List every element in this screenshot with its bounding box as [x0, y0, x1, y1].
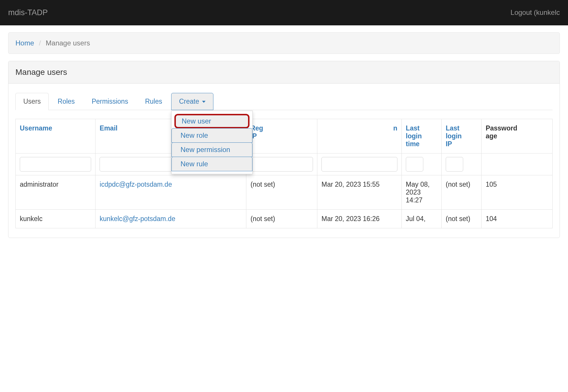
filter-cell-reg-ip [246, 153, 317, 175]
users-table-wrap: Username Email Reg IP n [15, 119, 553, 228]
cell-last-login-time: Jul 04, [401, 210, 441, 228]
logout-link[interactable]: Logout (kunkelc [511, 8, 560, 17]
menu-link-new-rule[interactable]: New rule [171, 157, 252, 171]
nav-tabs: Users Roles Permissions Rules Create New… [15, 93, 553, 110]
tab-rules[interactable]: Rules [137, 93, 170, 110]
table-row: kunkelc kunkelc@gfz-potsdam.de (not set)… [16, 210, 553, 228]
email-link[interactable]: icdpdc@gfz-potsdam.de [100, 181, 172, 188]
filter-cell-username [16, 153, 95, 175]
menu-item-new-rule[interactable]: New rule [171, 157, 252, 171]
col-last-login-time[interactable]: Last login time [401, 119, 441, 153]
cell-created: Mar 20, 2023 16:26 [317, 210, 402, 228]
menu-link-new-user[interactable]: New user [174, 114, 250, 128]
breadcrumb-home[interactable]: Home [15, 39, 34, 47]
cell-email: kunkelc@gfz-potsdam.de [95, 210, 246, 228]
cell-last-login-ip: (not set) [441, 175, 481, 210]
tab-create-toggle[interactable]: Create [171, 93, 213, 110]
lli-l2: login [446, 132, 462, 140]
caret-down-icon [202, 101, 206, 103]
llt-l2: login [406, 132, 422, 140]
menu-item-new-permission[interactable]: New permission [171, 142, 252, 157]
filter-cell-password-age [482, 153, 553, 175]
table-row: administrator icdpdc@gfz-potsdam.de (not… [16, 175, 553, 210]
col-password-age: Password age [482, 119, 553, 153]
filter-last-login-ip[interactable] [446, 157, 463, 172]
cell-username: administrator [16, 175, 95, 210]
breadcrumb-separator: / [36, 39, 44, 47]
tab-roles-link[interactable]: Roles [50, 93, 83, 110]
filter-created[interactable] [321, 157, 397, 172]
panel-title: Manage users [8, 61, 560, 84]
lli-l1: Last [446, 124, 459, 132]
create-dropdown-menu: New user New role New permission New rul… [171, 111, 253, 174]
pwa-l1: Password [486, 124, 517, 132]
lli-l3: IP [446, 140, 452, 148]
table-body: administrator icdpdc@gfz-potsdam.de (not… [16, 175, 553, 228]
breadcrumb: Home / Manage users [8, 32, 560, 54]
cell-email: icdpdc@gfz-potsdam.de [95, 175, 246, 210]
filter-cell-last-login-time [401, 153, 441, 175]
pwa-l2: age [486, 132, 497, 140]
tab-create-label: Create [179, 98, 199, 105]
navbar: mdis-TADP Logout (kunkelc [0, 0, 568, 25]
menu-link-new-permission[interactable]: New permission [171, 142, 252, 157]
table-filter-row [16, 153, 553, 175]
col-username[interactable]: Username [16, 119, 95, 153]
tab-roles[interactable]: Roles [50, 93, 83, 110]
llt-l1: Last [406, 124, 420, 132]
users-table: Username Email Reg IP n [15, 119, 553, 228]
col-reg-ip[interactable]: Reg IP [246, 119, 317, 153]
tab-users[interactable]: Users [15, 93, 49, 110]
cell-password-age: 105 [482, 175, 553, 210]
filter-cell-last-login-ip [441, 153, 481, 175]
sort-created-on[interactable]: n [393, 124, 397, 132]
filter-reg-ip[interactable] [250, 157, 313, 172]
menu-item-new-role[interactable]: New role [171, 128, 252, 143]
col-created-on[interactable]: n [317, 119, 402, 153]
cell-reg-ip: (not set) [246, 175, 317, 210]
panel-body: Users Roles Permissions Rules Create New… [8, 84, 560, 238]
cell-password-age: 104 [482, 210, 553, 228]
cell-last-login-ip: (not set) [441, 210, 481, 228]
tab-create[interactable]: Create New user New role New permission … [171, 93, 213, 110]
breadcrumb-current: Manage users [46, 39, 90, 47]
cell-last-login-time: May 08, 2023 14:27 [401, 175, 441, 210]
filter-last-login-time[interactable] [406, 157, 423, 172]
email-link[interactable]: kunkelc@gfz-potsdam.de [100, 215, 175, 223]
sort-last-login-time[interactable]: Last login time [406, 124, 422, 148]
filter-username[interactable] [20, 157, 91, 172]
panel: Manage users Users Roles Permissions Rul… [8, 61, 560, 238]
sort-username[interactable]: Username [20, 124, 52, 132]
menu-link-new-role[interactable]: New role [171, 128, 252, 143]
cell-reg-ip: (not set) [246, 210, 317, 228]
cell-created: Mar 20, 2023 15:55 [317, 175, 402, 210]
cell-username: kunkelc [16, 210, 95, 228]
table-header-row: Username Email Reg IP n [16, 119, 553, 153]
brand-link[interactable]: mdis-TADP [8, 8, 48, 17]
col-last-login-ip[interactable]: Last login IP [441, 119, 481, 153]
tab-rules-link[interactable]: Rules [137, 93, 170, 110]
tab-permissions-link[interactable]: Permissions [84, 93, 136, 110]
tab-users-link[interactable]: Users [15, 93, 49, 110]
menu-item-new-user[interactable]: New user [171, 114, 252, 128]
tab-permissions[interactable]: Permissions [84, 93, 136, 110]
filter-cell-created [317, 153, 402, 175]
sort-last-login-ip[interactable]: Last login IP [446, 124, 462, 148]
llt-l3: time [406, 140, 420, 148]
sort-email[interactable]: Email [100, 124, 117, 132]
